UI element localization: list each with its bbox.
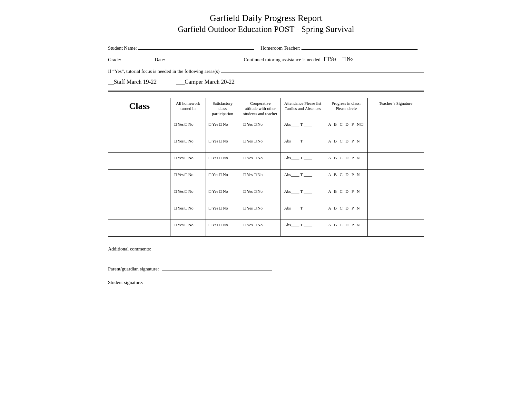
class-header-cell: Class [108, 98, 171, 119]
attendance-cell: Abs____ T ____ [281, 203, 325, 220]
table-row: □ Yes □ No□ Yes □ No□ Yes □ NoAbs____ T … [108, 203, 424, 220]
class-cell [108, 153, 171, 170]
date-field[interactable] [166, 55, 237, 61]
homework-yn-cell: □ Yes □ No [171, 186, 205, 203]
table-row: □ Yes □ No□ Yes □ No□ Yes □ NoAbs____ T … [108, 136, 424, 153]
if-yes-label: If “Yes”, tutorial focus is needed in th… [108, 69, 220, 74]
if-yes-row: If “Yes”, tutorial focus is needed in th… [108, 67, 424, 74]
yes-checkbox[interactable] [324, 57, 329, 61]
satisfactory-header: Satisfactory class participation [205, 98, 240, 119]
satisfactory-yn-cell: □ Yes □ No [205, 170, 240, 186]
attendance-cell: Abs____ T ____ [281, 220, 325, 237]
homework-yn-cell: □ Yes □ No [171, 220, 205, 237]
parent-signature-line[interactable] [162, 265, 272, 270]
date-label: Date: [155, 57, 165, 63]
table-row: □ Yes □ No□ Yes □ No□ Yes □ NoAbs____ T … [108, 119, 424, 136]
parent-signature-row: Parent/guardian signature: [108, 265, 424, 272]
cooperative-yn-cell: □ Yes □ No [240, 220, 281, 237]
cooperative-yn-cell: □ Yes □ No [240, 119, 281, 136]
additional-comments-label: Additional comments: [108, 246, 151, 251]
homework-yn-cell: □ Yes □ No [171, 119, 205, 136]
class-cell [108, 170, 171, 186]
table-row: □ Yes □ No□ Yes □ No□ Yes □ NoAbs____ T … [108, 220, 424, 237]
tutoring-label: Continued tutoring assistance is needed [244, 57, 320, 63]
if-yes-field[interactable] [221, 67, 424, 73]
all-homework-header: All homework turned in [171, 98, 205, 119]
signature-cell [368, 136, 424, 153]
cooperative-yn-cell: □ Yes □ No [240, 153, 281, 170]
satisfactory-yn-cell: □ Yes □ No [205, 119, 240, 136]
cooperative-yn-cell: □ Yes □ No [240, 136, 281, 153]
student-name-row: Student Name: Homeroom Teacher: [108, 44, 424, 51]
homework-yn-cell: □ Yes □ No [171, 170, 205, 186]
class-cell [108, 119, 171, 136]
signature-cell [368, 170, 424, 186]
progress-cell: A B C D P N□ [325, 119, 368, 136]
title-line1: Garfield Daily Progress Report [108, 13, 424, 23]
class-cell [108, 186, 171, 203]
homework-yn-cell: □ Yes □ No [171, 203, 205, 220]
signature-cell [368, 153, 424, 170]
student-signature-line[interactable] [146, 278, 256, 284]
signature-cell [368, 119, 424, 136]
progress-cell: A B C D P N [325, 170, 368, 186]
attendance-cell: Abs____ T ____ [281, 186, 325, 203]
attendance-cell: Abs____ T ____ [281, 136, 325, 153]
section-divider [108, 91, 424, 92]
homeroom-teacher-field[interactable] [301, 44, 418, 50]
staff-label: __Staff March 19-22 [108, 79, 157, 85]
attendance-header: Attendance Please list Tardies and Absen… [281, 98, 325, 119]
attendance-cell: Abs____ T ____ [281, 170, 325, 186]
cooperative-yn-cell: □ Yes □ No [240, 186, 281, 203]
progress-cell: A B C D P N [325, 203, 368, 220]
student-name-label: Student Name: [108, 45, 137, 51]
grade-label: Grade: [108, 57, 121, 63]
homework-yn-cell: □ Yes □ No [171, 153, 205, 170]
homeroom-teacher-label: Homeroom Teacher: [261, 45, 300, 51]
camper-label: ___Camper March 20-22 [176, 79, 235, 85]
progress-cell: A B C D P N [325, 220, 368, 237]
homework-yn-cell: □ Yes □ No [171, 136, 205, 153]
satisfactory-yn-cell: □ Yes □ No [205, 153, 240, 170]
progress-cell: A B C D P N [325, 136, 368, 153]
signature-section: Parent/guardian signature: Student signa… [108, 265, 424, 285]
grade-field[interactable] [123, 55, 148, 61]
student-name-field[interactable] [138, 44, 254, 50]
attendance-cell: Abs____ T ____ [281, 153, 325, 170]
additional-comments-section: Additional comments: [108, 246, 424, 252]
yes-label: Yes [330, 56, 337, 62]
signature-cell [368, 220, 424, 237]
table-row: □ Yes □ No□ Yes □ No□ Yes □ NoAbs____ T … [108, 153, 424, 170]
attendance-cell: Abs____ T ____ [281, 119, 325, 136]
progress-cell: A B C D P N [325, 153, 368, 170]
satisfactory-yn-cell: □ Yes □ No [205, 220, 240, 237]
table-row: □ Yes □ No□ Yes □ No□ Yes □ NoAbs____ T … [108, 170, 424, 186]
table-row: □ Yes □ No□ Yes □ No□ Yes □ NoAbs____ T … [108, 186, 424, 203]
class-cell [108, 203, 171, 220]
no-checkbox[interactable] [342, 57, 346, 61]
yes-checkbox-item[interactable]: Yes [324, 56, 337, 62]
class-cell [108, 136, 171, 153]
parent-signature-label: Parent/guardian signature: [108, 266, 159, 272]
progress-table: Class All homework turned in Satisfactor… [108, 98, 424, 237]
title-section: Garfield Daily Progress Report Garfield … [108, 13, 424, 34]
title-line2: Garfield Outdoor Education POST - Spring… [108, 24, 424, 34]
class-cell [108, 220, 171, 237]
class-header-text: Class [129, 101, 150, 111]
staff-camper-row: __Staff March 19-22 ___Camper March 20-2… [108, 79, 424, 85]
cooperative-yn-cell: □ Yes □ No [240, 170, 281, 186]
cooperative-yn-cell: □ Yes □ No [240, 203, 281, 220]
tutoring-checkboxes: Yes No [324, 56, 353, 62]
no-label: No [347, 56, 353, 62]
satisfactory-yn-cell: □ Yes □ No [205, 136, 240, 153]
grade-date-row: Grade: Date: Continued tutoring assistan… [108, 55, 424, 63]
signature-cell [368, 203, 424, 220]
progress-cell: A B C D P N [325, 186, 368, 203]
progress-header: Progress in class; Please circle [325, 98, 368, 119]
signature-cell [368, 186, 424, 203]
satisfactory-yn-cell: □ Yes □ No [205, 186, 240, 203]
signature-header: Teacher’s Signature [368, 98, 424, 119]
student-signature-label: Student signature: [108, 280, 143, 285]
cooperative-header: Cooperative attitude with other students… [240, 98, 281, 119]
no-checkbox-item[interactable]: No [342, 56, 353, 62]
